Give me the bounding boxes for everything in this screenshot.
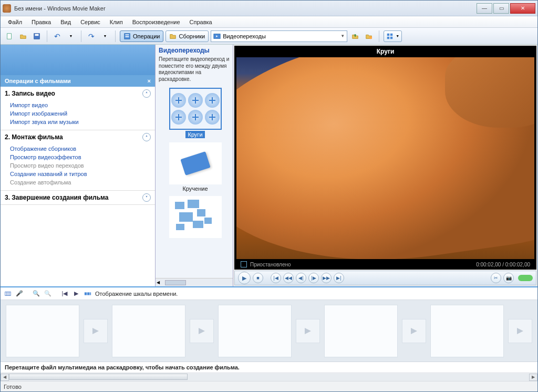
task-section-capture: 1. Запись видео ˄ Импорт видео Импорт из… (1, 87, 155, 130)
task-pane-header-bg (1, 45, 155, 75)
task-link-automovie[interactable]: Создание автофильма (10, 179, 149, 186)
tasks-icon (123, 33, 131, 40)
maximize-button[interactable]: ▭ (493, 3, 509, 14)
task-section-head[interactable]: 3. Завершение создания фильма ˅ (1, 191, 155, 204)
snapshot-button[interactable]: 📷 (503, 273, 514, 283)
task-link-view-effects[interactable]: Просмотр видеоэффектов (10, 153, 149, 161)
menu-edit[interactable]: Правка (27, 18, 55, 26)
menu-view[interactable]: Вид (56, 18, 75, 26)
undo-dropdown[interactable]: ▼ (65, 30, 77, 42)
storyboard-view-button[interactable] (84, 290, 92, 298)
task-pane: Операции с фильмами × 1. Запись видео ˄ … (1, 45, 156, 286)
task-link-show-collections[interactable]: Отображение сборников (10, 145, 149, 152)
scrollbar-thumb[interactable] (165, 280, 186, 285)
toolbar-separator (115, 30, 116, 42)
svg-marker-22 (305, 328, 311, 334)
next-clip-button[interactable]: ▶| (334, 273, 344, 283)
svg-marker-23 (411, 328, 417, 334)
chevron-up-icon: ˄ (142, 89, 151, 98)
playback-time: 0:00:02,00 / 0:00:02,00 (476, 262, 530, 267)
menu-playback[interactable]: Воспроизведение (128, 18, 184, 26)
collection-title: Видеопереходы (156, 45, 233, 56)
prev-clip-button[interactable]: |◀ (271, 273, 281, 283)
toolbar-separator (81, 30, 81, 42)
transition-thumb (169, 196, 222, 238)
redo-dropdown[interactable]: ▼ (99, 30, 111, 42)
collection-scrollbar[interactable]: ◀ (156, 278, 233, 286)
storyboard-transition-slot[interactable] (84, 319, 108, 343)
transition-item-squares[interactable] (159, 196, 232, 238)
window-buttons: — ▭ ✕ (477, 3, 535, 14)
storyboard-clip-slot[interactable] (112, 305, 185, 357)
scroll-right-button[interactable]: ▶ (529, 374, 537, 381)
svg-marker-24 (517, 328, 523, 334)
forward-button[interactable]: ▶▶ (321, 273, 332, 283)
menu-service[interactable]: Сервис (76, 18, 105, 26)
preview-frame (236, 57, 534, 259)
redo-button[interactable]: ↷ (86, 30, 97, 42)
task-link-view-transitions[interactable]: Просмотр видео переходов (10, 162, 149, 169)
timeline-view-button[interactable] (4, 290, 12, 298)
storyboard-transition-slot[interactable] (402, 319, 426, 343)
preview-video-area: Круги Приостановлено 0:00:02,00 / 0:00:0… (234, 46, 536, 270)
storyboard-clip-slot[interactable] (6, 305, 79, 357)
transition-label: Круги (185, 131, 204, 138)
scroll-track[interactable] (9, 374, 529, 381)
zoom-in-button[interactable]: 🔍 (32, 290, 40, 298)
playback-state: Приостановлено (250, 262, 291, 267)
close-button[interactable]: ✕ (510, 3, 535, 14)
close-icon[interactable]: × (148, 78, 151, 84)
storyboard-transition-slot[interactable] (190, 319, 214, 343)
transition-item-spin[interactable]: Кручение (159, 142, 232, 192)
new-folder-button[interactable] (363, 30, 375, 42)
transition-thumb (169, 88, 222, 130)
task-link-import-images[interactable]: Импорт изображений (10, 110, 149, 117)
split-clip-button[interactable]: ✂ (491, 273, 501, 283)
undo-button[interactable]: ↶ (51, 30, 63, 42)
transition-item-circles[interactable]: Круги (159, 88, 232, 138)
save-button[interactable] (31, 30, 43, 42)
open-file-button[interactable] (17, 30, 29, 42)
collection-combo[interactable]: Видеопереходы ▼ (211, 30, 347, 42)
task-link-titles[interactable]: Создание названий и титров (10, 170, 149, 178)
task-link-import-video[interactable]: Импорт видео (10, 101, 149, 109)
collections-button[interactable]: Сборники (165, 30, 209, 42)
zoom-out-button[interactable]: 🔍 (44, 290, 52, 298)
task-pane-title: Операции с фильмами × (1, 75, 155, 87)
scrollbar-thumb[interactable] (9, 374, 188, 380)
svg-rect-2 (35, 34, 39, 36)
storyboard-clip-slot[interactable] (324, 305, 398, 357)
menu-file[interactable]: Файл (4, 18, 26, 26)
up-level-button[interactable] (349, 30, 361, 42)
narrate-button[interactable]: 🎤 (15, 290, 24, 298)
minimize-button[interactable]: — (477, 3, 492, 14)
storyboard-transition-slot[interactable] (508, 319, 532, 343)
rewind-button[interactable]: ◀◀ (283, 273, 294, 283)
fullscreen-toggle[interactable] (518, 275, 533, 281)
window-title: Без имени - Windows Movie Maker (14, 5, 477, 12)
play-button[interactable]: ▶ (238, 272, 251, 284)
operations-button[interactable]: Операции (120, 30, 163, 42)
stop-button[interactable]: ■ (253, 273, 263, 283)
collection-pane: Видеопереходы Перетащите видеопереход и … (156, 45, 233, 286)
task-section-head[interactable]: 2. Монтаж фильма ˄ (1, 130, 155, 144)
storyboard-clip-slot[interactable] (218, 305, 292, 357)
view-button[interactable]: ▼ (384, 30, 402, 42)
menu-help[interactable]: Справка (185, 18, 216, 26)
svg-rect-5 (126, 36, 129, 37)
step-fwd-button[interactable]: |▶ (308, 273, 319, 283)
task-section-head[interactable]: 1. Запись видео ˄ (1, 87, 155, 100)
svg-rect-9 (387, 33, 389, 35)
step-back-button[interactable]: ◀| (296, 273, 306, 283)
scroll-left-button[interactable]: ◀ (1, 374, 9, 381)
storyboard-clip-slot[interactable] (430, 305, 504, 357)
timeline-play-button[interactable]: ▶ (72, 290, 80, 298)
new-file-button[interactable] (4, 30, 15, 42)
menu-clip[interactable]: Клип (106, 18, 127, 26)
storyboard[interactable] (1, 300, 537, 362)
timeline-rewind-button[interactable]: |◀ (60, 290, 69, 298)
horizontal-scrollbar[interactable]: ◀ ▶ (1, 373, 537, 381)
task-link-import-audio[interactable]: Импорт звука или музыки (10, 118, 149, 126)
storyboard-transition-slot[interactable] (296, 319, 320, 343)
svg-rect-11 (387, 36, 389, 38)
